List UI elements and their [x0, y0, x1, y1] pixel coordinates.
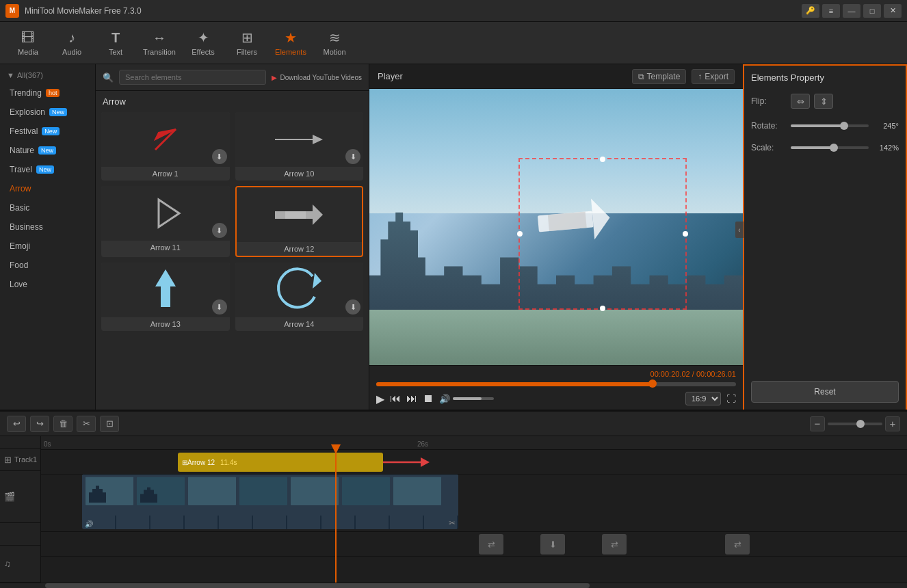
trans-marker-3[interactable]: ⇄ [602, 534, 627, 554]
progress-bar[interactable] [376, 382, 736, 386]
timeline-zoom: − + [810, 416, 900, 431]
element-card-arrow10[interactable]: ⬇ Arrow 10 [235, 112, 364, 181]
play-button[interactable]: ▶ [376, 392, 384, 405]
sidebar-item-business[interactable]: Business [0, 217, 95, 237]
winclose-button[interactable]: ✕ [884, 4, 902, 18]
sidebar-item-emoji[interactable]: Emoji [0, 237, 95, 256]
arrow12-clip[interactable]: ⊞ Arrow 12 11.4s [178, 453, 383, 472]
rotate-thumb[interactable] [840, 122, 848, 130]
arrow11-download[interactable]: ⬇ [212, 223, 227, 238]
tool-media[interactable]: 🎞 Media [7, 25, 49, 62]
rotate-value: 245° [874, 122, 899, 130]
volume-slider[interactable] [453, 397, 494, 400]
audio-icon: ♪ [68, 30, 75, 46]
scrollbar-thumb [45, 583, 590, 588]
yt-download-btn[interactable]: ▶ Download YouTube Videos [272, 74, 362, 81]
tool-motion[interactable]: ≋ Motion [313, 25, 356, 62]
minimize-button[interactable]: 🔑 [802, 4, 819, 18]
volume-fill [453, 397, 482, 400]
cut-button[interactable]: ✂ [77, 416, 96, 432]
sidebar-item-festival[interactable]: Festival New [0, 122, 95, 141]
business-label: Business [10, 222, 43, 232]
arrow13-download[interactable]: ⬇ [212, 299, 227, 315]
time-display: 00:00:20.02 / 00:00:26.01 [650, 370, 736, 378]
sidebar-item-trending[interactable]: Trending hot [0, 83, 95, 103]
zoom-slider[interactable] [828, 423, 882, 425]
element-card-arrow11[interactable]: ⬇ Arrow 11 [101, 186, 230, 257]
sidebar-item-arrow[interactable]: Arrow [0, 179, 95, 198]
element-card-arrow12[interactable]: Arrow 12 [235, 186, 364, 257]
arrow1-download[interactable]: ⬇ [212, 149, 227, 164]
rotate-fill [791, 124, 844, 127]
flip-vertical-button[interactable]: ⇕ [814, 94, 833, 109]
tool-elements[interactable]: ★ Elements [270, 25, 312, 62]
tool-audio[interactable]: ♪ Audio [51, 25, 93, 62]
zoom-plus-button[interactable]: + [885, 416, 900, 431]
arrow14-download[interactable]: ⬇ [345, 299, 360, 315]
water-reflection [369, 310, 743, 365]
zoom-thumb [856, 420, 865, 428]
track-labels: ⊞ Track1 🎬 ♫ [0, 436, 41, 583]
toolbar: 🎞 Media ♪ Audio T Text ↔ Transition ✦ Ef… [0, 22, 907, 64]
tool-text[interactable]: T Text [94, 25, 137, 62]
rotate-row: Rotate: 245° [751, 121, 899, 131]
elements-icon: ★ [285, 29, 297, 46]
sidebar-item-basic[interactable]: Basic [0, 198, 95, 217]
scale-thumb[interactable] [830, 144, 838, 152]
tool-audio-label: Audio [62, 48, 81, 56]
delete-button[interactable]: 🗑 [53, 416, 73, 432]
export-button[interactable]: ↑ Export [692, 69, 735, 84]
element-card-arrow13[interactable]: ⬇ Arrow 13 [101, 263, 230, 331]
tool-filters[interactable]: ⊞ Filters [226, 25, 268, 62]
timeline-scrollbar[interactable] [0, 583, 907, 588]
winmin-button[interactable]: — [843, 4, 860, 18]
all-categories-header[interactable]: ▼ All(367) [0, 67, 95, 83]
elements-grid: ⬇ Arrow 1 ⬇ Arrow 10 [101, 112, 363, 331]
sidebar-item-travel[interactable]: Travel New [0, 160, 95, 179]
next-button[interactable]: ⏭ [406, 392, 417, 405]
stop-button[interactable]: ⏹ [423, 392, 434, 405]
reset-button[interactable]: Reset [751, 381, 899, 403]
fullscreen-button[interactable]: ⛶ [726, 393, 736, 404]
scale-slider[interactable] [791, 146, 869, 149]
video-clip[interactable]: 🔊 ✂ [82, 475, 458, 529]
app-title: MiniTool MovieMaker Free 7.3.0 [25, 6, 802, 16]
panel-collapse-button[interactable]: ‹ [735, 222, 744, 238]
volume-icon[interactable]: 🔊 [439, 394, 450, 404]
love-label: Love [10, 280, 27, 289]
yt-icon: ▶ [272, 74, 277, 81]
settings-button[interactable]: ≡ [822, 4, 840, 18]
flip-horizontal-button[interactable]: ⇔ [791, 94, 810, 109]
trans-marker-4[interactable]: ⇄ [725, 534, 750, 554]
element-card-arrow1[interactable]: ⬇ Arrow 1 [101, 112, 230, 181]
winmax-button[interactable]: □ [863, 4, 881, 18]
crop-button[interactable]: ⊡ [100, 416, 119, 432]
food-label: Food [10, 260, 28, 270]
undo-button[interactable]: ↩ [7, 416, 26, 432]
rotate-slider[interactable] [791, 124, 869, 127]
rotate-label: Rotate: [751, 121, 785, 131]
trending-label: Trending [10, 88, 42, 98]
export-icon: ↑ [698, 72, 702, 81]
prev-button[interactable]: ⏮ [390, 392, 401, 405]
player-header-buttons: ⧉ Template ↑ Export [632, 69, 735, 84]
controls-row: ▶ ⏮ ⏭ ⏹ 🔊 16:9 [376, 392, 736, 405]
element-card-arrow14[interactable]: ⬇ Arrow 14 [235, 263, 364, 331]
sidebar-item-love[interactable]: Love [0, 275, 95, 294]
zoom-minus-button[interactable]: − [810, 416, 825, 431]
travel-label: Travel [10, 165, 32, 174]
sidebar-item-explosion[interactable]: Explosion New [0, 103, 95, 122]
arrow-label: Arrow [10, 184, 31, 193]
sidebar-item-nature[interactable]: Nature New [0, 141, 95, 160]
redo-button[interactable]: ↪ [30, 416, 49, 432]
arrow10-thumb: ⬇ [235, 112, 364, 167]
trans-marker-2[interactable]: ⬇ [540, 534, 565, 554]
template-button[interactable]: ⧉ Template [632, 69, 687, 84]
tool-effects[interactable]: ✦ Effects [182, 25, 224, 62]
sidebar-item-food[interactable]: Food [0, 256, 95, 275]
tool-transition[interactable]: ↔ Transition [138, 25, 181, 62]
trans-marker-1[interactable]: ⇄ [479, 534, 503, 554]
search-input[interactable] [119, 70, 266, 85]
arrow10-download[interactable]: ⬇ [345, 149, 360, 164]
aspect-ratio-select[interactable]: 16:9 9:16 4:3 1:1 [685, 392, 721, 405]
